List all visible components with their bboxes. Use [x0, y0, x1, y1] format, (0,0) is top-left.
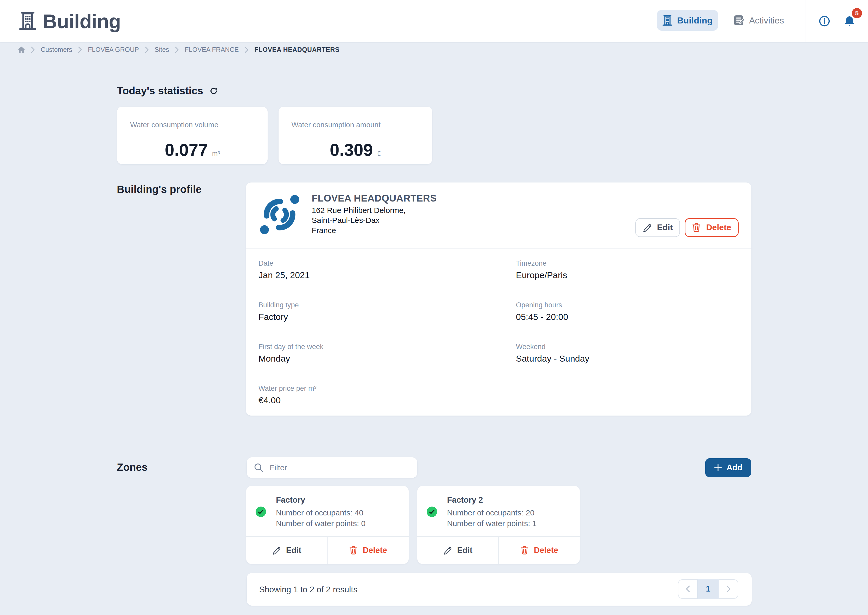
- detail-building-type: Building type Factory: [258, 301, 299, 322]
- detail-opening-hours: Opening hours 05:45 - 20:00: [516, 301, 568, 322]
- building-address: 162 Rue Philibert Delorme, Saint-Paul-Lè…: [312, 205, 405, 236]
- detail-water-price: Water price per m³ €4.00: [258, 384, 317, 406]
- zone-card-factory: Factory Number of occupants: 40 Number o…: [246, 486, 409, 564]
- pencil-icon: [272, 546, 281, 555]
- tab-activities-label: Activities: [749, 16, 784, 25]
- stat-value: 0.077: [165, 140, 208, 160]
- stat-card-volume: Water consumption volume 0.077 m³: [117, 107, 267, 164]
- edit-zone-button[interactable]: Edit: [417, 537, 498, 563]
- chevron-right-icon: [175, 47, 179, 53]
- delete-zone-button[interactable]: Delete: [498, 537, 580, 563]
- breadcrumb-sites[interactable]: Sites: [155, 46, 169, 53]
- chevron-right-icon: [726, 585, 731, 593]
- active-check-icon: [427, 507, 437, 517]
- home-icon[interactable]: [18, 47, 25, 53]
- add-zone-button[interactable]: Add: [705, 458, 751, 477]
- chevron-right-icon: [78, 47, 82, 53]
- building-name: FLOVEA HEADQUARTERS: [312, 193, 436, 204]
- delete-zone-button[interactable]: Delete: [327, 537, 408, 563]
- tab-building-label: Building: [677, 16, 713, 25]
- breadcrumb: Customers FLOVEA GROUP Sites FLOVEA FRAN…: [18, 46, 339, 53]
- pencil-icon: [443, 546, 452, 555]
- edit-zone-button[interactable]: Edit: [246, 537, 327, 563]
- zone-actions: Edit Delete: [246, 536, 409, 563]
- info-icon[interactable]: [819, 16, 830, 27]
- profile-heading: Building's profile: [117, 184, 202, 195]
- trash-icon: [520, 546, 529, 555]
- stat-value: 0.309: [330, 140, 373, 160]
- activities-icon: [734, 15, 744, 25]
- chevron-right-icon: [244, 47, 249, 53]
- building-tab-icon: [663, 15, 673, 26]
- detail-timezone: Timezone Europe/Paris: [516, 259, 567, 281]
- zone-filter: [247, 457, 417, 478]
- plus-icon: [714, 464, 722, 471]
- refresh-icon[interactable]: [210, 87, 217, 95]
- stats-heading-row: Today's statistics: [117, 85, 217, 97]
- stat-label: Water consumption amount: [292, 121, 432, 129]
- delete-building-button[interactable]: Delete: [685, 218, 739, 237]
- stat-card-amount: Water consumption amount 0.309 €: [278, 107, 432, 164]
- stat-unit: m³: [212, 150, 220, 158]
- pencil-icon: [643, 223, 652, 232]
- flovea-logo: [259, 194, 300, 236]
- pager: 1: [678, 579, 738, 599]
- building-profile-card: FLOVEA HEADQUARTERS 162 Rue Philibert De…: [246, 183, 751, 415]
- edit-building-button[interactable]: Edit: [635, 218, 680, 237]
- profile-divider: [246, 248, 751, 249]
- detail-date: Date Jan 25, 2021: [258, 259, 310, 281]
- chevron-right-icon: [145, 47, 149, 53]
- current-page[interactable]: 1: [697, 579, 719, 599]
- header-divider: [805, 0, 805, 42]
- breadcrumb-flovea-group[interactable]: FLOVEA GROUP: [88, 46, 139, 53]
- page: Building Building: [0, 0, 868, 615]
- app-header: Building Building: [0, 0, 868, 42]
- pagination-card: Showing 1 to 2 of 2 results 1: [247, 573, 752, 606]
- zone-stats: Number of occupants: 20 Number of water …: [447, 507, 537, 529]
- zone-title: Factory 2: [447, 495, 483, 505]
- stat-label: Water consumption volume: [130, 121, 267, 129]
- breadcrumb-flovea-france[interactable]: FLOVEA FRANCE: [185, 46, 239, 53]
- breadcrumb-current: FLOVEA HEADQUARTERS: [254, 46, 339, 53]
- trash-icon: [349, 546, 358, 555]
- filter-input[interactable]: [269, 463, 401, 473]
- trash-icon: [692, 223, 701, 233]
- tab-building[interactable]: Building: [657, 10, 718, 31]
- app-title: Building: [43, 10, 121, 33]
- zone-actions: Edit Delete: [417, 536, 580, 563]
- detail-first-day: First day of the week Monday: [258, 343, 324, 364]
- building-logo-icon: [19, 11, 36, 30]
- results-summary: Showing 1 to 2 of 2 results: [259, 584, 357, 594]
- prev-page-button[interactable]: [679, 580, 697, 598]
- stat-unit: €: [377, 150, 381, 158]
- notification-badge: 5: [852, 8, 862, 18]
- next-page-button[interactable]: [719, 580, 738, 598]
- zone-title: Factory: [276, 495, 305, 505]
- zone-stats: Number of occupants: 40 Number of water …: [276, 507, 366, 529]
- chevron-left-icon: [685, 585, 690, 593]
- zone-card-factory-2: Factory 2 Number of occupants: 20 Number…: [417, 486, 580, 564]
- breadcrumb-customers[interactable]: Customers: [41, 46, 72, 53]
- stats-heading: Today's statistics: [117, 85, 203, 97]
- tab-activities[interactable]: Activities: [728, 10, 790, 31]
- search-icon: [254, 463, 263, 472]
- detail-weekend: Weekend Saturday - Sunday: [516, 343, 590, 364]
- zones-heading: Zones: [117, 462, 148, 473]
- chevron-right-icon: [31, 47, 35, 53]
- active-check-icon: [256, 507, 266, 517]
